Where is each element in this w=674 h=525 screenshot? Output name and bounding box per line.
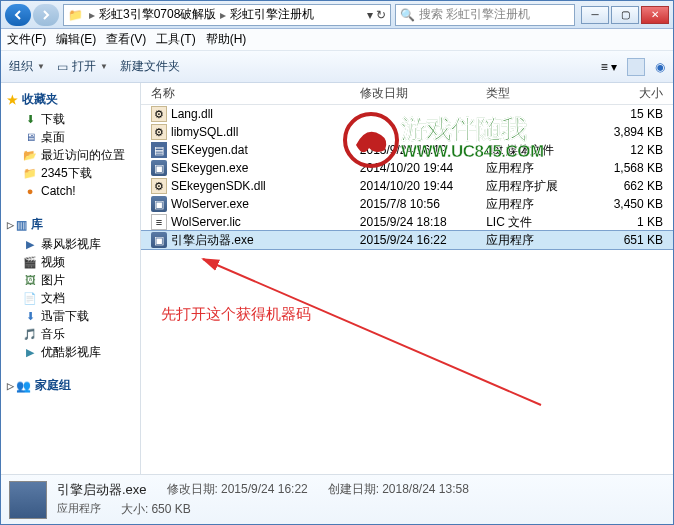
file-size: 1,568 KB xyxy=(589,161,667,175)
file-size: 662 KB xyxy=(589,179,667,193)
sidebar-item[interactable]: 🎬视频 xyxy=(1,253,140,271)
file-icon: ▤ xyxy=(151,142,167,158)
file-name: SEkeygenSDK.dll xyxy=(171,179,266,193)
sidebar-item-label: Catch! xyxy=(41,184,76,198)
file-icon: ▣ xyxy=(151,196,167,212)
file-name: WolServer.exe xyxy=(171,197,249,211)
file-row[interactable]: ▣SEkeygen.exe2014/10/20 19:44应用程序1,568 K… xyxy=(141,159,673,177)
sidebar-item-icon: 📁 xyxy=(23,166,37,180)
sidebar-item-icon: 📂 xyxy=(23,148,37,162)
close-button[interactable]: ✕ xyxy=(641,6,669,24)
preview-pane-icon[interactable] xyxy=(627,58,645,76)
file-size: 3,894 KB xyxy=(589,125,667,139)
sidebar-item[interactable]: ●Catch! xyxy=(1,182,140,200)
sidebar-item-icon: 📄 xyxy=(23,291,37,305)
sidebar-item[interactable]: 🖥桌面 xyxy=(1,128,140,146)
file-row[interactable]: ⚙SEkeygenSDK.dll2014/10/20 19:44应用程序扩展66… xyxy=(141,177,673,195)
file-name: SEkeygen.exe xyxy=(171,161,248,175)
file-row[interactable]: ▤SEKeygen.dat2015/9/24 16:19dat 媒体文件12 K… xyxy=(141,141,673,159)
menu-help[interactable]: 帮助(H) xyxy=(206,31,247,48)
file-type: LIC 文件 xyxy=(482,214,589,231)
file-name: WolServer.lic xyxy=(171,215,241,229)
breadcrumb-item[interactable]: 彩虹引擎注册机 xyxy=(228,6,316,23)
col-type[interactable]: 类型 xyxy=(482,85,589,102)
file-name: libmySQL.dll xyxy=(171,125,238,139)
file-type: 应用程序 xyxy=(482,196,589,213)
sidebar: ★收藏夹 ⬇下载🖥桌面📂最近访问的位置📁2345下载●Catch! ▷▥库 ▶暴… xyxy=(1,83,141,474)
open-button[interactable]: ▭打开▼ xyxy=(57,58,108,75)
file-type: 应用程序扩展 xyxy=(482,178,589,195)
column-headers: 名称 修改日期 类型 大小 xyxy=(141,83,673,105)
sidebar-item[interactable]: ⬇下载 xyxy=(1,110,140,128)
menu-view[interactable]: 查看(V) xyxy=(106,31,146,48)
col-name[interactable]: 名称 xyxy=(147,85,356,102)
address-bar[interactable]: 📁 ▸ 彩虹3引擎0708破解版 ▸ 彩虹引擎注册机 ▾ ↻ xyxy=(63,4,391,26)
menu-tools[interactable]: 工具(T) xyxy=(156,31,195,48)
main-panel: 名称 修改日期 类型 大小 ⚙Lang.dll15 KB⚙libmySQL.dl… xyxy=(141,83,673,474)
back-button[interactable] xyxy=(5,4,31,26)
folder-icon: 📁 xyxy=(68,8,83,22)
address-dropdown-icon[interactable]: ▾ ↻ xyxy=(367,8,386,22)
file-icon: ≡ xyxy=(151,214,167,230)
maximize-button[interactable]: ▢ xyxy=(611,6,639,24)
file-row[interactable]: ⚙libmySQL.dll3,894 KB xyxy=(141,123,673,141)
sidebar-item-label: 2345下载 xyxy=(41,165,92,182)
file-date: 2015/7/8 10:56 xyxy=(356,197,482,211)
sidebar-item[interactable]: 📄文档 xyxy=(1,289,140,307)
search-input[interactable]: 🔍 搜索 彩虹引擎注册机 xyxy=(395,4,575,26)
file-icon: ▣ xyxy=(151,160,167,176)
details-filename: 引擎启动器.exe xyxy=(57,481,147,499)
file-list: ⚙Lang.dll15 KB⚙libmySQL.dll3,894 KB▤SEKe… xyxy=(141,105,673,474)
sidebar-item[interactable]: 🎵音乐 xyxy=(1,325,140,343)
titlebar: 📁 ▸ 彩虹3引擎0708破解版 ▸ 彩虹引擎注册机 ▾ ↻ 🔍 搜索 彩虹引擎… xyxy=(1,1,673,29)
file-type: 应用程序 xyxy=(482,160,589,177)
file-row[interactable]: ▣WolServer.exe2015/7/8 10:56应用程序3,450 KB xyxy=(141,195,673,213)
minimize-button[interactable]: ─ xyxy=(581,6,609,24)
file-row[interactable]: ▣引擎启动器.exe2015/9/24 16:22应用程序651 KB xyxy=(141,231,673,249)
annotation-text: 先打开这个获得机器码 xyxy=(161,305,311,324)
details-type: 应用程序 xyxy=(57,501,101,518)
breadcrumb-item[interactable]: 彩虹3引擎0708破解版 xyxy=(97,6,218,23)
file-date: 2014/10/20 19:44 xyxy=(356,179,482,193)
file-icon: ⚙ xyxy=(151,124,167,140)
search-icon: 🔍 xyxy=(400,8,415,22)
col-date[interactable]: 修改日期 xyxy=(356,85,482,102)
sidebar-item[interactable]: 📂最近访问的位置 xyxy=(1,146,140,164)
organize-button[interactable]: 组织▼ xyxy=(9,58,45,75)
sidebar-item-label: 优酷影视库 xyxy=(41,344,101,361)
file-icon: ⚙ xyxy=(151,106,167,122)
forward-button[interactable] xyxy=(33,4,59,26)
sidebar-item-label: 桌面 xyxy=(41,129,65,146)
sidebar-item[interactable]: ▶暴风影视库 xyxy=(1,235,140,253)
details-pane: 引擎启动器.exe 修改日期: 2015/9/24 16:22 创建日期: 20… xyxy=(1,474,673,524)
file-type: dat 媒体文件 xyxy=(482,142,589,159)
sidebar-item-icon: ▶ xyxy=(23,237,37,251)
sidebar-item-icon: ● xyxy=(23,184,37,198)
view-options-icon[interactable]: ≡ ▾ xyxy=(601,60,617,74)
newfolder-button[interactable]: 新建文件夹 xyxy=(120,58,180,75)
sidebar-homegroup-header[interactable]: ▷👥家庭组 xyxy=(1,375,140,396)
svg-line-1 xyxy=(203,259,541,405)
details-file-icon xyxy=(9,481,47,519)
sidebar-item[interactable]: 🖼图片 xyxy=(1,271,140,289)
sidebar-favorites-header[interactable]: ★收藏夹 xyxy=(1,89,140,110)
sidebar-item-icon: ▶ xyxy=(23,345,37,359)
sidebar-item[interactable]: ⬇迅雷下载 xyxy=(1,307,140,325)
help-icon[interactable]: ◉ xyxy=(655,60,665,74)
menu-file[interactable]: 文件(F) xyxy=(7,31,46,48)
sidebar-item[interactable]: 📁2345下载 xyxy=(1,164,140,182)
menu-edit[interactable]: 编辑(E) xyxy=(56,31,96,48)
file-date: 2014/10/20 19:44 xyxy=(356,161,482,175)
sidebar-item-icon: ⬇ xyxy=(23,309,37,323)
file-size: 1 KB xyxy=(589,215,667,229)
file-row[interactable]: ≡WolServer.lic2015/9/24 18:18LIC 文件1 KB xyxy=(141,213,673,231)
sidebar-libraries-header[interactable]: ▷▥库 xyxy=(1,214,140,235)
file-row[interactable]: ⚙Lang.dll15 KB xyxy=(141,105,673,123)
col-size[interactable]: 大小 xyxy=(589,85,667,102)
toolbar: 组织▼ ▭打开▼ 新建文件夹 ≡ ▾ ◉ xyxy=(1,51,673,83)
sidebar-item[interactable]: ▶优酷影视库 xyxy=(1,343,140,361)
open-icon: ▭ xyxy=(57,60,68,74)
file-size: 12 KB xyxy=(589,143,667,157)
sidebar-item-label: 最近访问的位置 xyxy=(41,147,125,164)
search-placeholder: 搜索 彩虹引擎注册机 xyxy=(419,6,530,23)
